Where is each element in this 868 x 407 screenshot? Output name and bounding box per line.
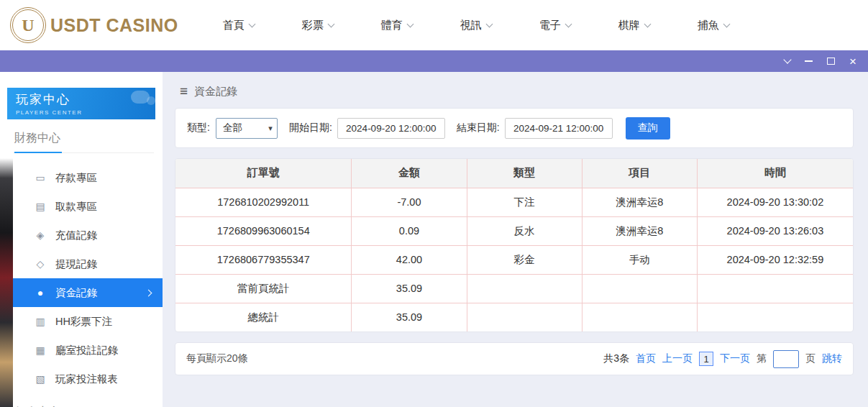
table-row-grand-total: 總統計 35.09 bbox=[175, 303, 853, 331]
sidebar-item-label: 資金記錄 bbox=[55, 286, 97, 300]
top-navigation-bar: U USDT CASINO 首頁 彩票 體育 視訊 電子 棋牌 捕魚 bbox=[0, 0, 868, 50]
deposit-icon: ▭ bbox=[35, 172, 46, 183]
start-date-label: 開始日期: bbox=[289, 122, 332, 134]
cell-time: 2024-09-20 12:32:59 bbox=[697, 245, 853, 274]
type-select[interactable]: 全部 ▾ bbox=[216, 118, 278, 139]
nav-item-lottery[interactable]: 彩票 bbox=[302, 19, 334, 32]
per-page-text: 每頁顯示20條 bbox=[186, 352, 248, 365]
nav-item-chess[interactable]: 棋牌 bbox=[618, 19, 650, 32]
next-page-link[interactable]: 下一页 bbox=[720, 352, 750, 365]
cell-type bbox=[467, 274, 582, 303]
breadcrumb: ≡ 資金記錄 bbox=[180, 83, 854, 99]
col-header-amount: 金額 bbox=[352, 159, 467, 188]
page-title: 資金記錄 bbox=[194, 85, 237, 99]
col-header-order: 訂單號 bbox=[175, 159, 352, 188]
nav-item-video[interactable]: 視訊 bbox=[460, 19, 492, 32]
main-nav: 首頁 彩票 體育 視訊 電子 棋牌 捕魚 bbox=[223, 19, 729, 32]
section-finance-center: 財務中心 bbox=[13, 131, 154, 153]
app-body: 玩家中心 PLAYERS CENTER 財務中心 ▭ 存款專區 ▤ 取款專區 ◈… bbox=[0, 72, 868, 407]
sidebar-item-withdraw-area[interactable]: ▤ 取款專區 bbox=[13, 192, 163, 221]
cell-time: 2024-09-20 13:30:02 bbox=[697, 188, 853, 216]
chevron-down-icon bbox=[248, 20, 255, 27]
sidebar-item-label: 玩家投注報表 bbox=[55, 372, 118, 386]
chevron-down-icon bbox=[565, 20, 572, 27]
ticket-icon: ▥ bbox=[35, 316, 46, 327]
cell-amount: 35.09 bbox=[352, 303, 467, 331]
end-date-input[interactable] bbox=[505, 118, 613, 139]
first-page-link[interactable]: 首页 bbox=[636, 352, 656, 365]
chevron-down-icon bbox=[406, 20, 414, 27]
filter-bar: 類型: 全部 ▾ 開始日期: 結束日期: 查詢 bbox=[175, 108, 854, 148]
cell-item: 澳洲幸运8 bbox=[582, 188, 697, 216]
nav-item-fishing[interactable]: 捕魚 bbox=[698, 19, 729, 32]
cell-item: 澳洲幸运8 bbox=[582, 216, 697, 245]
cell-type: 反水 bbox=[467, 216, 582, 245]
current-page-badge[interactable]: 1 bbox=[699, 352, 713, 366]
collapse-window-icon[interactable] bbox=[785, 55, 790, 67]
minimize-window-icon[interactable] bbox=[805, 55, 813, 67]
maximize-window-icon[interactable] bbox=[827, 55, 835, 67]
end-date-label: 結束日期: bbox=[457, 122, 500, 134]
sidebar-menu: ▭ 存款專區 ▤ 取款專區 ◈ 充值記錄 ◇ 提現記錄 ● 資金記錄 ▥ bbox=[0, 163, 163, 393]
table-row-page-total: 當前頁統計 35.09 bbox=[175, 274, 853, 303]
nav-label: 捕魚 bbox=[698, 19, 719, 32]
cashout-icon: ◇ bbox=[35, 258, 46, 270]
logo-text: USDT CASINO bbox=[50, 15, 178, 36]
sidebar-item-fund-records[interactable]: ● 資金記錄 bbox=[13, 278, 163, 307]
close-window-icon[interactable]: × bbox=[849, 55, 856, 67]
cell-order: 1726810202992011 bbox=[175, 188, 352, 216]
nav-label: 視訊 bbox=[460, 19, 482, 32]
cell-order: 1726809963060154 bbox=[175, 216, 352, 245]
select-arrow-icon: ▾ bbox=[268, 124, 273, 133]
sidebar-item-room-bet-records[interactable]: ▦ 廳室投註記錄 bbox=[13, 336, 163, 365]
jump-link[interactable]: 跳转 bbox=[822, 352, 842, 365]
pager: 共3条 首页 上一页 1 下一页 第 页 跳转 bbox=[603, 350, 842, 368]
sidebar-item-withdrawal-records[interactable]: ◇ 提現記錄 bbox=[13, 250, 163, 278]
cell-amount: 0.09 bbox=[352, 216, 467, 245]
nav-item-home[interactable]: 首頁 bbox=[223, 19, 255, 32]
total-count: 共3条 bbox=[603, 352, 629, 365]
sidebar-item-hh-lottery-bets[interactable]: ▥ HH彩票下注 bbox=[13, 307, 163, 336]
cell-time bbox=[697, 303, 853, 331]
report-icon: ▧ bbox=[35, 373, 46, 385]
nav-item-sports[interactable]: 體育 bbox=[381, 19, 413, 32]
fund-records-table: 訂單號 金額 類型 項目 時間 1726810202992011 -7.00 下… bbox=[175, 158, 854, 332]
cell-amount: 42.00 bbox=[352, 245, 467, 274]
search-button[interactable]: 查詢 bbox=[626, 117, 670, 140]
sidebar-item-player-bet-report[interactable]: ▧ 玩家投注報表 bbox=[13, 365, 163, 393]
cell-label: 總統計 bbox=[175, 303, 352, 331]
col-header-item: 項目 bbox=[582, 159, 697, 188]
sidebar-item-label: HH彩票下注 bbox=[55, 315, 112, 329]
pagination-bar: 每頁顯示20條 共3条 首页 上一页 1 下一页 第 页 跳转 bbox=[175, 342, 854, 375]
players-center-subtitle: PLAYERS CENTER bbox=[16, 109, 147, 116]
cell-amount: -7.00 bbox=[352, 188, 467, 216]
sidebar-item-label: 存款專區 bbox=[55, 171, 97, 185]
site-logo[interactable]: U USDT CASINO bbox=[10, 7, 178, 43]
cell-order: 1726806779355347 bbox=[175, 245, 352, 274]
sidebar-item-deposit-area[interactable]: ▭ 存款專區 bbox=[13, 163, 163, 192]
start-date-input[interactable] bbox=[337, 118, 445, 139]
cell-time: 2024-09-20 13:26:03 bbox=[697, 216, 853, 245]
cell-type: 彩金 bbox=[467, 245, 582, 274]
sidebar-item-label: 廳室投註記錄 bbox=[55, 344, 118, 357]
sidebar-item-label: 提現記錄 bbox=[55, 257, 97, 271]
hamburger-icon[interactable]: ≡ bbox=[180, 83, 188, 99]
nav-label: 彩票 bbox=[302, 19, 324, 32]
chevron-down-icon bbox=[723, 20, 730, 27]
sidebar-item-recharge-records[interactable]: ◈ 充值記錄 bbox=[13, 221, 163, 250]
withdraw-icon: ▤ bbox=[35, 201, 46, 212]
chevron-down-icon bbox=[644, 20, 651, 27]
logo-emblem-icon: U bbox=[10, 7, 46, 43]
col-header-type: 類型 bbox=[467, 159, 582, 188]
page-jump-input[interactable] bbox=[773, 350, 799, 368]
col-header-time: 時間 bbox=[697, 159, 853, 188]
table-row: 1726809963060154 0.09 反水 澳洲幸运8 2024-09-2… bbox=[175, 216, 853, 245]
nav-label: 電子 bbox=[539, 19, 561, 32]
cell-amount: 35.09 bbox=[352, 274, 467, 303]
prev-page-link[interactable]: 上一页 bbox=[662, 352, 693, 365]
nav-label: 體育 bbox=[381, 19, 403, 32]
sidebar-item-label: 取款專區 bbox=[55, 200, 97, 214]
cell-item bbox=[582, 303, 697, 331]
cell-item bbox=[582, 274, 697, 303]
nav-item-electronic[interactable]: 電子 bbox=[539, 19, 571, 32]
